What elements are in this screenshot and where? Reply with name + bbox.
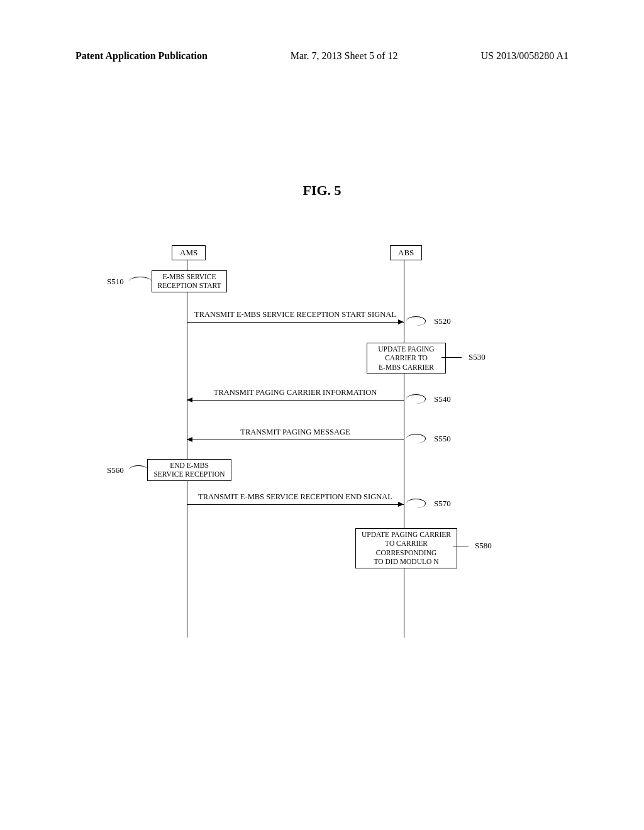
step-s550-ref: S550 (434, 434, 451, 444)
page: Patent Application Publication Mar. 7, 2… (0, 0, 644, 830)
page-header: Patent Application Publication Mar. 7, 2… (75, 50, 569, 62)
header-middle: Mar. 7, 2013 Sheet 5 of 12 (291, 50, 398, 62)
arrow-s520 (187, 322, 404, 323)
leader-s560 (129, 465, 148, 475)
step-s540-ref: S540 (434, 394, 451, 404)
leader-s510 (129, 277, 152, 286)
figure-title: FIG. 5 (0, 182, 644, 199)
arrow-s570 (187, 504, 404, 505)
step-s530-ref: S530 (469, 352, 486, 362)
step-s580-ref: S580 (475, 541, 492, 551)
step-s510-box: E-MBS SERVICERECEPTION START (152, 270, 227, 292)
step-s560-ref: S560 (107, 465, 124, 475)
leader-s530 (441, 357, 462, 358)
arrowhead-s570 (398, 502, 404, 507)
step-s580-box: UPDATE PAGING CARRIERTO CARRIERCORRESPON… (355, 528, 457, 568)
leader-s580 (453, 546, 469, 546)
step-s560-box: END E-MBSSERVICE RECEPTION (147, 459, 231, 481)
arrowhead-s540 (187, 397, 192, 402)
arrowhead-s520 (398, 319, 404, 324)
step-s530-box: UPDATE PAGINGCARRIER TOE-MBS CARRIER (367, 343, 446, 374)
leader-s540 (406, 394, 426, 404)
arrow-s550 (187, 440, 404, 440)
actor-abs: ABS (390, 245, 422, 260)
arrowhead-s550 (187, 437, 192, 442)
step-s570-ref: S570 (434, 499, 451, 509)
header-right: US 2013/0058280 A1 (480, 50, 569, 62)
step-s570-text: TRANSMIT E-MBS SERVICE RECEPTION END SIG… (187, 492, 404, 502)
sequence-diagram: AMS ABS E-MBS SERVICERECEPTION START S51… (0, 245, 644, 654)
arrow-s540 (187, 400, 404, 401)
step-s520-text: TRANSMIT E-MBS SERVICE RECEPTION START S… (187, 310, 404, 319)
lifeline-abs (404, 260, 404, 638)
step-s540-text: TRANSMIT PAGING CARRIER INFORMATION (187, 388, 404, 397)
step-s550-text: TRANSMIT PAGING MESSAGE (187, 428, 404, 437)
header-left: Patent Application Publication (75, 50, 208, 62)
leader-s570 (406, 499, 426, 508)
leader-s520 (406, 316, 426, 326)
step-s510-ref: S510 (107, 277, 124, 287)
actor-ams: AMS (172, 245, 206, 260)
step-s520-ref: S520 (434, 316, 451, 326)
leader-s550 (406, 434, 426, 443)
